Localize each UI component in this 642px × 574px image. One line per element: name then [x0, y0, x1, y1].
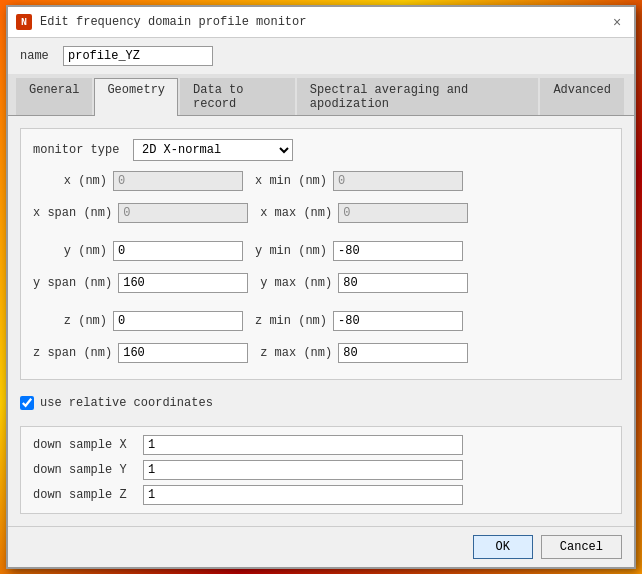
- monitor-type-section: monitor type 2D X-normal 2D Y-normal 2D …: [20, 128, 622, 380]
- dialog: N Edit frequency domain profile monitor …: [6, 5, 636, 569]
- tabs-bar: General Geometry Data to record Spectral…: [8, 74, 634, 116]
- z-span-field-row: z span (nm): [33, 343, 248, 363]
- y-row: y (nm) y min (nm): [33, 241, 609, 267]
- y-max-field-row: y max (nm): [258, 273, 468, 293]
- footer: OK Cancel: [8, 526, 634, 567]
- tab-geometry[interactable]: Geometry: [94, 78, 178, 116]
- down-sample-y-input[interactable]: [143, 460, 463, 480]
- x-span-label: x span (nm): [33, 206, 118, 220]
- monitor-type-select[interactable]: 2D X-normal 2D Y-normal 2D Z-normal Line…: [133, 139, 293, 161]
- down-sample-section: down sample X down sample Y down sample …: [20, 426, 622, 514]
- z-label: z (nm): [33, 314, 113, 328]
- y-span-input[interactable]: [118, 273, 248, 293]
- tab-data-to-record[interactable]: Data to record: [180, 78, 295, 115]
- z-min-field-row: z min (nm): [253, 311, 463, 331]
- x-max-input[interactable]: [338, 203, 468, 223]
- down-sample-z-input[interactable]: [143, 485, 463, 505]
- down-sample-z-row: down sample Z: [33, 485, 609, 505]
- dialog-title: Edit frequency domain profile monitor: [40, 15, 306, 29]
- use-relative-row: use relative coordinates: [20, 390, 622, 416]
- tab-spectral[interactable]: Spectral averaging and apodization: [297, 78, 539, 115]
- z-field-row: z (nm): [33, 311, 243, 331]
- monitor-type-row: monitor type 2D X-normal 2D Y-normal 2D …: [33, 139, 609, 161]
- content-area: monitor type 2D X-normal 2D Y-normal 2D …: [8, 116, 634, 526]
- x-min-field-row: x min (nm): [253, 171, 463, 191]
- x-label: x (nm): [33, 174, 113, 188]
- cancel-button[interactable]: Cancel: [541, 535, 622, 559]
- close-button[interactable]: ×: [608, 13, 626, 31]
- name-row: name: [8, 38, 634, 74]
- y-field-row: y (nm): [33, 241, 243, 261]
- tab-general[interactable]: General: [16, 78, 92, 115]
- z-row: z (nm) z min (nm): [33, 311, 609, 337]
- z-max-field-row: z max (nm): [258, 343, 468, 363]
- y-span-field-row: y span (nm): [33, 273, 248, 293]
- use-relative-label[interactable]: use relative coordinates: [40, 396, 213, 410]
- z-min-label: z min (nm): [253, 314, 333, 328]
- tab-advanced[interactable]: Advanced: [540, 78, 624, 115]
- x-span-field-row: x span (nm): [33, 203, 248, 223]
- y-min-label: y min (nm): [253, 244, 333, 258]
- title-bar: N Edit frequency domain profile monitor …: [8, 7, 634, 38]
- use-relative-checkbox[interactable]: [20, 396, 34, 410]
- z-max-label: z max (nm): [258, 346, 338, 360]
- x-row: x (nm) x min (nm): [33, 171, 609, 197]
- z-min-input[interactable]: [333, 311, 463, 331]
- z-span-label: z span (nm): [33, 346, 118, 360]
- down-sample-z-label: down sample Z: [33, 488, 143, 502]
- down-sample-y-label: down sample Y: [33, 463, 143, 477]
- monitor-type-label: monitor type: [33, 143, 123, 157]
- z-span-row: z span (nm) z max (nm): [33, 343, 609, 369]
- x-input[interactable]: [113, 171, 243, 191]
- y-label: y (nm): [33, 244, 113, 258]
- ok-button[interactable]: OK: [473, 535, 533, 559]
- y-min-field-row: y min (nm): [253, 241, 463, 261]
- down-sample-y-row: down sample Y: [33, 460, 609, 480]
- x-min-label: x min (nm): [253, 174, 333, 188]
- app-icon: N: [16, 14, 32, 30]
- y-max-label: y max (nm): [258, 276, 338, 290]
- y-min-input[interactable]: [333, 241, 463, 261]
- down-sample-x-row: down sample X: [33, 435, 609, 455]
- down-sample-x-input[interactable]: [143, 435, 463, 455]
- down-sample-x-label: down sample X: [33, 438, 143, 452]
- x-field-row: x (nm): [33, 171, 243, 191]
- z-input[interactable]: [113, 311, 243, 331]
- z-max-input[interactable]: [338, 343, 468, 363]
- title-bar-left: N Edit frequency domain profile monitor: [16, 14, 306, 30]
- y-span-row: y span (nm) y max (nm): [33, 273, 609, 299]
- name-label: name: [20, 49, 55, 63]
- y-input[interactable]: [113, 241, 243, 261]
- name-input[interactable]: [63, 46, 213, 66]
- x-span-input[interactable]: [118, 203, 248, 223]
- x-min-input[interactable]: [333, 171, 463, 191]
- y-max-input[interactable]: [338, 273, 468, 293]
- z-span-input[interactable]: [118, 343, 248, 363]
- y-span-label: y span (nm): [33, 276, 118, 290]
- x-max-field-row: x max (nm): [258, 203, 468, 223]
- x-span-row: x span (nm) x max (nm): [33, 203, 609, 229]
- x-max-label: x max (nm): [258, 206, 338, 220]
